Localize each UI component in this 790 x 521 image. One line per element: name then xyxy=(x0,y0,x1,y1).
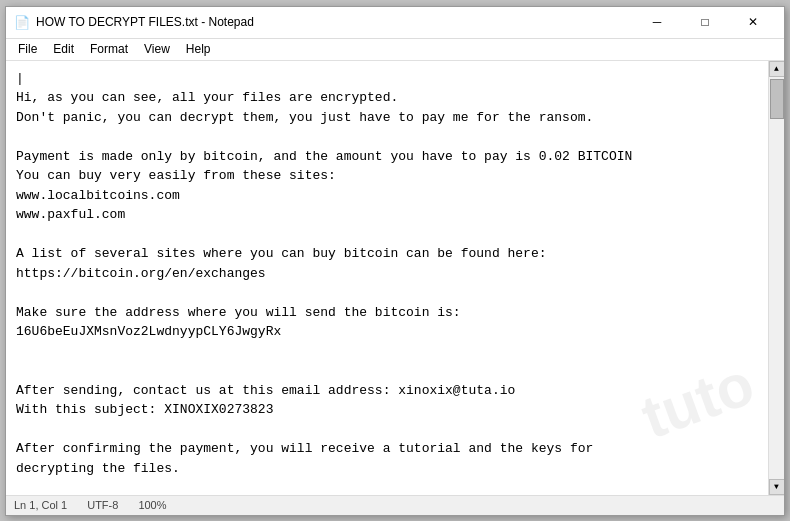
menu-view[interactable]: View xyxy=(136,40,178,58)
close-button[interactable]: ✕ xyxy=(730,8,776,36)
zoom-level: 100% xyxy=(138,499,166,511)
title-bar-controls: ─ □ ✕ xyxy=(634,8,776,36)
menu-bar: File Edit Format View Help xyxy=(6,39,784,61)
menu-help[interactable]: Help xyxy=(178,40,219,58)
scroll-track[interactable] xyxy=(769,77,784,479)
title-bar: 📄 HOW TO DECRYPT FILES.txt - Notepad ─ □… xyxy=(6,7,784,39)
minimize-button[interactable]: ─ xyxy=(634,8,680,36)
cursor-indicator: | xyxy=(16,71,24,86)
menu-edit[interactable]: Edit xyxy=(45,40,82,58)
text-body: Hi, as you can see, all your files are e… xyxy=(16,90,632,476)
title-bar-left: 📄 HOW TO DECRYPT FILES.txt - Notepad xyxy=(14,14,254,30)
menu-file[interactable]: File xyxy=(10,40,45,58)
scrollbar-vertical[interactable]: ▲ ▼ xyxy=(768,61,784,495)
encoding-label: UTF-8 xyxy=(87,499,118,511)
cursor-position: Ln 1, Col 1 xyxy=(14,499,67,511)
content-area: | Hi, as you can see, all your files are… xyxy=(6,61,784,495)
maximize-button[interactable]: □ xyxy=(682,8,728,36)
window-title: HOW TO DECRYPT FILES.txt - Notepad xyxy=(36,15,254,29)
scroll-down-button[interactable]: ▼ xyxy=(769,479,785,495)
status-bar: Ln 1, Col 1 UTF-8 100% xyxy=(6,495,784,515)
app-icon: 📄 xyxy=(14,14,30,30)
menu-format[interactable]: Format xyxy=(82,40,136,58)
scroll-thumb[interactable] xyxy=(770,79,784,119)
text-editor[interactable]: | Hi, as you can see, all your files are… xyxy=(6,61,768,495)
scroll-up-button[interactable]: ▲ xyxy=(769,61,785,77)
notepad-window: 📄 HOW TO DECRYPT FILES.txt - Notepad ─ □… xyxy=(5,6,785,516)
